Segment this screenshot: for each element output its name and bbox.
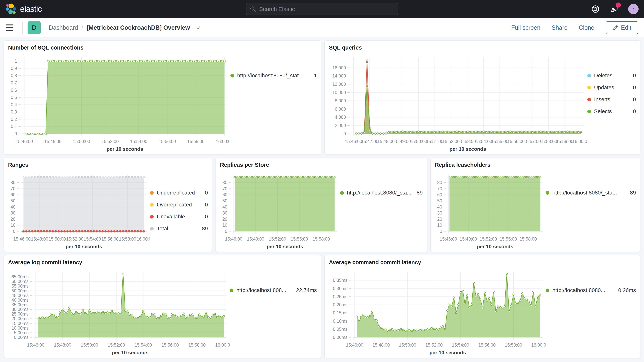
svg-text:15:46:00: 15:46:00 — [345, 139, 362, 144]
svg-text:40.00ms: 40.00ms — [12, 298, 28, 303]
svg-text:70: 70 — [222, 186, 227, 191]
legend-item[interactable]: Selects 0 — [587, 108, 636, 114]
svg-text:0.30ms: 0.30ms — [333, 286, 348, 291]
user-avatar[interactable]: r — [628, 4, 638, 14]
svg-text:16:00:00: 16:00:00 — [215, 342, 230, 348]
svg-text:0.7: 0.7 — [11, 80, 17, 86]
svg-text:0: 0 — [440, 229, 442, 234]
dashboard-app-badge[interactable]: D — [28, 21, 41, 34]
elastic-logo[interactable]: elastic — [6, 3, 42, 15]
svg-text:60.00ms: 60.00ms — [12, 279, 28, 284]
panel-command-commit-latency: Average command commit latency 15:46:001… — [324, 255, 640, 358]
svg-text:55.00ms: 55.00ms — [12, 284, 28, 288]
svg-text:10.00ms: 10.00ms — [12, 326, 28, 330]
pencil-icon — [612, 25, 618, 31]
panel-sql-queries: SQL queries 15:46:0015:47:0015:48:0015:4… — [324, 40, 640, 154]
legend-item[interactable]: http://localhost:8080/_sta... 89 — [340, 190, 423, 196]
svg-text:15:59:00: 15:59:00 — [556, 139, 574, 144]
svg-text:0.9: 0.9 — [11, 66, 17, 71]
replicas-per-store-chart[interactable]: 15:46:0015:49:0015:52:0015:55:0015:58:00… — [220, 171, 340, 250]
toolbar-divider — [22, 22, 22, 34]
legend-item[interactable]: Total 89 — [150, 226, 208, 232]
breadcrumb-separator: / — [82, 24, 83, 31]
search-icon — [250, 6, 256, 12]
svg-text:16:00:00: 16:00:00 — [136, 236, 150, 242]
svg-text:15:50:00: 15:50:00 — [410, 139, 427, 144]
edit-button[interactable]: Edit — [606, 21, 638, 34]
svg-text:per 10 seconds: per 10 seconds — [107, 146, 143, 152]
replica-leaseholders-chart[interactable]: 15:46:0015:49:0015:52:0015:55:0015:58:00… — [435, 171, 546, 250]
legend-item[interactable]: Underreplicated 0 — [150, 190, 208, 196]
legend-item[interactable]: Inserts 0 — [587, 96, 636, 102]
svg-text:per 10 seconds: per 10 seconds — [66, 244, 102, 250]
svg-text:per 10 seconds: per 10 seconds — [477, 244, 513, 250]
svg-text:per 10 seconds: per 10 seconds — [430, 350, 466, 356]
search-input[interactable] — [259, 6, 394, 12]
svg-text:1: 1 — [14, 58, 17, 64]
legend-item[interactable]: Unavailable 0 — [150, 214, 208, 220]
svg-text:15:50:00: 15:50:00 — [73, 139, 90, 144]
svg-text:40: 40 — [437, 204, 442, 210]
nav-right-cluster: r — [590, 4, 638, 14]
global-search[interactable] — [246, 3, 398, 15]
breadcrumb-dashboard-link[interactable]: Dashboard — [49, 24, 78, 31]
dashboard-toolbar: D Dashboard / [Metricbeat CockroachDB] O… — [0, 18, 644, 38]
sql-queries-chart[interactable]: 15:46:0015:47:0015:48:0015:49:0015:50:00… — [329, 54, 587, 152]
panel-title: Average command commit latency — [329, 259, 636, 266]
svg-text:15:56:00: 15:56:00 — [507, 139, 525, 144]
page-title[interactable]: [Metricbeat CockroachDB] Overview — [86, 24, 190, 31]
full-screen-button[interactable]: Full screen — [511, 24, 540, 31]
svg-text:40: 40 — [222, 204, 227, 210]
svg-text:50: 50 — [437, 198, 442, 203]
command-commit-latency-chart[interactable]: 15:46:0015:48:0015:50:0015:52:0015:54:00… — [329, 269, 546, 356]
log-commit-latency-chart[interactable]: 15:46:0015:48:0015:50:0015:52:0015:54:00… — [8, 269, 230, 356]
legend-item[interactable]: http://localhost:808... 22.74ms — [230, 287, 317, 294]
clone-button[interactable]: Clone — [579, 24, 594, 31]
svg-text:15:56:00: 15:56:00 — [162, 342, 179, 348]
legend-item[interactable]: Updates 0 — [587, 84, 636, 90]
ranges-chart[interactable]: 15:46:0015:48:0015:50:0015:52:0015:54:00… — [8, 171, 150, 250]
svg-text:15:52:00: 15:52:00 — [66, 236, 84, 242]
panel-ranges: Ranges 15:46:0015:48:0015:50:0015:52:001… — [4, 158, 212, 252]
dashboard-grid: Number of SQL connections 15:46:0015:48:… — [0, 38, 644, 358]
legend-dot — [150, 215, 154, 218]
svg-text:20: 20 — [222, 217, 227, 222]
legend-item[interactable]: Deletes 0 — [587, 72, 636, 79]
help-button[interactable] — [590, 4, 600, 14]
svg-text:45.00ms: 45.00ms — [12, 293, 28, 298]
svg-text:65.00ms: 65.00ms — [12, 274, 28, 279]
svg-text:0.1: 0.1 — [11, 124, 17, 129]
svg-text:0: 0 — [225, 229, 227, 234]
elastic-logo-icon — [6, 3, 16, 15]
legend-dot — [587, 110, 591, 113]
whats-new-button[interactable] — [609, 4, 619, 14]
share-button[interactable]: Share — [552, 24, 568, 31]
title-check-icon[interactable] — [195, 25, 201, 31]
legend-item[interactable]: http://localhost:8080... 0.26ms — [546, 287, 636, 294]
svg-text:15:46:00: 15:46:00 — [16, 139, 33, 144]
svg-text:40: 40 — [10, 204, 16, 210]
life-ring-icon — [591, 5, 600, 14]
svg-text:50: 50 — [222, 198, 227, 203]
svg-text:16,000: 16,000 — [332, 65, 346, 70]
svg-text:0.00ms: 0.00ms — [14, 335, 28, 340]
svg-text:15:52:00: 15:52:00 — [108, 342, 125, 348]
svg-text:15:52:00: 15:52:00 — [102, 139, 119, 144]
svg-text:15:58:00: 15:58:00 — [187, 139, 204, 144]
svg-text:20.00ms: 20.00ms — [12, 316, 28, 321]
menu-button[interactable] — [6, 22, 16, 33]
legend-dot — [340, 191, 344, 195]
legend-item[interactable]: http://localhost:8080/_stat... 1 — [230, 72, 317, 79]
legend-item[interactable]: Overreplicated 0 — [150, 202, 208, 208]
sql-connections-chart[interactable]: 15:46:0015:48:0015:50:0015:52:0015:54:00… — [8, 54, 230, 152]
legend-dot — [587, 86, 591, 90]
chart-legend: http://localhost:8080/_sta... 89 — [340, 171, 423, 250]
svg-text:30: 30 — [222, 210, 227, 216]
svg-text:15:46:00: 15:46:00 — [346, 342, 363, 348]
svg-text:15:56:00: 15:56:00 — [478, 342, 496, 348]
svg-text:60: 60 — [10, 192, 16, 197]
svg-text:20: 20 — [437, 217, 442, 222]
svg-text:15:46:00: 15:46:00 — [440, 236, 457, 242]
legend-item[interactable]: http://localhost:8080/_sta... 89 — [546, 190, 636, 196]
svg-text:15:58:00: 15:58:00 — [188, 342, 206, 348]
